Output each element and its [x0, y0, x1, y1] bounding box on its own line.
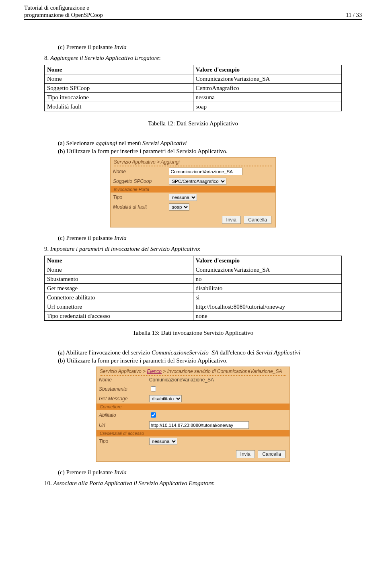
step-8: 8. Aggiungere il Servizio Applicativo Er… — [44, 55, 342, 61]
soggetto-label: Soggetto SPCoop — [111, 176, 166, 186]
page-number: 11 / 33 — [346, 12, 362, 18]
t13-head-r: Valore d'esempio — [193, 256, 342, 265]
step-9c: (c) Premere il pulsante Invia — [58, 469, 342, 476]
screenshot-invocazione: Servizio Applicativo > Elenco > Invocazi… — [96, 367, 290, 462]
nome-input[interactable] — [169, 168, 242, 175]
section-connettore: Connettore — [96, 404, 290, 410]
step-8b: (b) Utilizzare la form per inserire i pa… — [58, 148, 342, 155]
table-12: Nome Valore d'esempio NomeComunicazioneV… — [44, 65, 342, 111]
abilitato-label: Abilitato — [96, 410, 147, 420]
breadcrumb: Servizio Applicativo > Aggiungi — [111, 158, 275, 166]
abilitato-checkbox[interactable] — [151, 412, 156, 418]
getmessage-label: Get Message — [96, 394, 147, 404]
header-rule — [24, 19, 362, 20]
step-8a: (a) Selezionare aggiungi nel menù Serviz… — [58, 140, 342, 147]
invia-button[interactable]: Invia — [222, 216, 241, 224]
url-input[interactable] — [149, 421, 249, 429]
tipo-label-2: Tipo — [96, 436, 147, 446]
sbustamento-label: Sbustamento — [96, 384, 147, 394]
screenshot-aggiungi: Servizio Applicativo > Aggiungi Nome Sog… — [110, 157, 276, 227]
fault-label: Modalità di fault — [111, 202, 166, 212]
t12-head-l: Nome — [45, 65, 193, 74]
fault-select[interactable]: soap — [169, 203, 189, 211]
breadcrumb-2: Servizio Applicativo > Elenco > Invocazi… — [96, 367, 290, 375]
step-10: 10. Associare alla Porta Applicativa il … — [44, 480, 342, 487]
tipo-select[interactable]: nessuna — [169, 194, 197, 201]
elenco-link[interactable]: Elenco — [147, 369, 162, 374]
nome-value-2: ComunicazioneVariazione_SA — [149, 377, 214, 383]
step-9: 9. Impostare i parametri di invocazione … — [44, 246, 342, 252]
cancella-button[interactable]: Cancella — [244, 216, 271, 224]
getmessage-select[interactable]: disabilitato — [149, 395, 182, 402]
page-header: Tutorial di configurazione e programmazi… — [24, 4, 362, 18]
tipo-label: Tipo — [111, 193, 166, 202]
step-c-1: (c) Premere il pulsante Invia — [58, 44, 342, 51]
section-invocazione-porta: Invocazione Porta — [111, 186, 275, 193]
table-13: Nome Valore d'esempio NomeComunicazioneV… — [44, 256, 342, 321]
t13-head-l: Nome — [45, 256, 193, 265]
header-title-line2: programmazione di OpenSPCoop — [24, 11, 103, 18]
table-12-caption: Tabella 12: Dati Servizio Applicativo — [44, 120, 342, 127]
tipo-select-2[interactable]: nessuna — [149, 438, 177, 445]
step-9a: (a) Abilitare l'invocazione del servizio… — [58, 349, 342, 356]
t12-head-r: Valore d'esempio — [193, 65, 342, 74]
step-8c: (c) Premere il pulsante Invia — [58, 235, 342, 242]
cancella-button-2[interactable]: Cancella — [258, 450, 285, 458]
nome-label-2: Nome — [96, 376, 147, 384]
invia-button-2[interactable]: Invia — [236, 450, 255, 458]
section-credenziali: Credenziali di accesso — [96, 430, 290, 436]
url-label: Url — [96, 420, 147, 430]
soggetto-select[interactable]: SPC/CentroAnagrafico — [169, 178, 226, 185]
step-9b: (b) Utilizzare la form per inserire i pa… — [58, 357, 342, 364]
table-13-caption: Tabella 13: Dati invocazione Servizio Ap… — [44, 330, 342, 336]
nome-label: Nome — [111, 166, 166, 176]
footer-rule — [24, 503, 362, 503]
header-title-line1: Tutorial di configurazione e — [24, 4, 103, 11]
sbustamento-checkbox[interactable] — [151, 386, 156, 391]
